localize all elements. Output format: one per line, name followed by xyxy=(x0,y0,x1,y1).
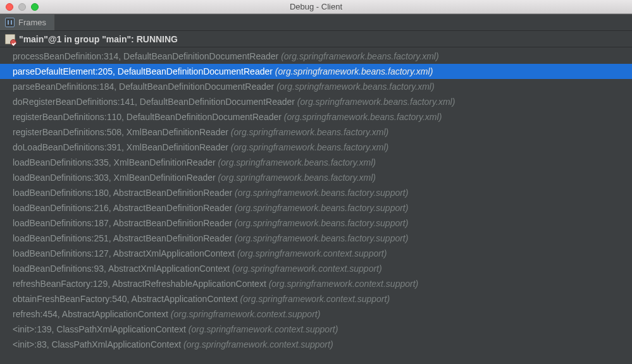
frame-package: (org.springframework.beans.factory.suppo… xyxy=(235,233,408,243)
frame-package: (org.springframework.context.support) xyxy=(232,264,382,274)
stack-frame-row[interactable]: loadBeanDefinitions:93, AbstractXmlAppli… xyxy=(0,261,632,276)
frame-package: (org.springframework.beans.factory.xml) xyxy=(275,66,433,76)
frame-method: loadBeanDefinitions:216, AbstractBeanDef… xyxy=(13,203,232,213)
frame-package: (org.springframework.context.support) xyxy=(240,294,390,304)
frame-method: loadBeanDefinitions:187, AbstractBeanDef… xyxy=(13,218,232,228)
stack-frame-row[interactable]: loadBeanDefinitions:180, AbstractBeanDef… xyxy=(0,185,632,200)
stack-frame-row[interactable]: refresh:454, AbstractApplicationContext … xyxy=(0,306,632,322)
frame-method: doRegisterBeanDefinitions:141, DefaultBe… xyxy=(13,97,295,107)
frame-method: loadBeanDefinitions:127, AbstractXmlAppl… xyxy=(13,248,235,258)
stack-frame-row[interactable]: parseBeanDefinitions:184, DefaultBeanDef… xyxy=(0,79,632,94)
frame-method: doLoadBeanDefinitions:391, XmlBeanDefini… xyxy=(13,142,228,152)
stack-frame-row[interactable]: registerBeanDefinitions:508, XmlBeanDefi… xyxy=(0,124,632,140)
frame-package: (org.springframework.beans.factory.xml) xyxy=(276,82,434,92)
frame-package: (org.springframework.beans.factory.xml) xyxy=(281,51,438,61)
frame-method: <init>:83, ClassPathXmlApplicationContex… xyxy=(13,339,181,349)
frames-icon xyxy=(5,18,15,27)
frame-method: refresh:454, AbstractApplicationContext xyxy=(13,309,168,319)
frame-method: refreshBeanFactory:129, AbstractRefresha… xyxy=(13,279,266,289)
stack-frame-row[interactable]: processBeanDefinition:314, DefaultBeanDe… xyxy=(0,49,632,64)
stack-frame-row[interactable]: doLoadBeanDefinitions:391, XmlBeanDefini… xyxy=(0,140,632,155)
window-close-button[interactable] xyxy=(6,3,13,11)
frame-package: (org.springframework.context.support) xyxy=(269,279,419,289)
stack-frames-list[interactable]: processBeanDefinition:314, DefaultBeanDe… xyxy=(0,47,632,364)
frame-method: loadBeanDefinitions:93, AbstractXmlAppli… xyxy=(13,264,230,274)
tabbar: Frames xyxy=(0,14,632,31)
window-titlebar: Debug - Client xyxy=(0,0,632,14)
stack-frame-row[interactable]: doRegisterBeanDefinitions:141, DefaultBe… xyxy=(0,94,632,109)
stack-frame-row[interactable]: registerBeanDefinitions:110, DefaultBean… xyxy=(0,109,632,124)
stack-frame-row[interactable]: loadBeanDefinitions:187, AbstractBeanDef… xyxy=(0,215,632,231)
frame-package: (org.springframework.beans.factory.xml) xyxy=(218,157,376,167)
frame-method: obtainFreshBeanFactory:540, AbstractAppl… xyxy=(13,294,238,304)
stack-frame-row[interactable]: loadBeanDefinitions:335, XmlBeanDefiniti… xyxy=(0,155,632,170)
window-maximize-button[interactable] xyxy=(31,3,39,11)
frame-method: <init>:139, ClassPathXmlApplicationConte… xyxy=(13,324,186,334)
frame-package: (org.springframework.context.support) xyxy=(189,324,338,334)
frame-method: processBeanDefinition:314, DefaultBeanDe… xyxy=(13,51,278,61)
window-title: Debug - Client xyxy=(0,2,632,11)
frame-package: (org.springframework.beans.factory.xml) xyxy=(218,173,376,183)
stack-frame-row[interactable]: obtainFreshBeanFactory:540, AbstractAppl… xyxy=(0,291,632,306)
frame-package: (org.springframework.beans.factory.xml) xyxy=(231,142,388,152)
window-minimize-button[interactable] xyxy=(18,3,26,11)
thread-icon xyxy=(5,34,15,44)
frame-method: registerBeanDefinitions:508, XmlBeanDefi… xyxy=(13,127,228,137)
frame-method: loadBeanDefinitions:335, XmlBeanDefiniti… xyxy=(13,157,216,167)
stack-frame-row[interactable]: refreshBeanFactory:129, AbstractRefresha… xyxy=(0,276,632,291)
stack-frame-row[interactable]: loadBeanDefinitions:127, AbstractXmlAppl… xyxy=(0,246,632,261)
frame-package: (org.springframework.beans.factory.suppo… xyxy=(235,188,408,198)
frame-method: registerBeanDefinitions:110, DefaultBean… xyxy=(13,112,282,122)
frame-package: (org.springframework.beans.factory.suppo… xyxy=(235,203,408,213)
stack-frame-row[interactable]: <init>:83, ClassPathXmlApplicationContex… xyxy=(0,337,632,352)
thread-label: "main"@1 in group "main": RUNNING xyxy=(19,34,178,44)
frame-package: (org.springframework.context.support) xyxy=(183,339,333,349)
frame-package: (org.springframework.beans.factory.xml) xyxy=(297,97,455,107)
thread-header[interactable]: "main"@1 in group "main": RUNNING xyxy=(0,31,632,47)
frame-package: (org.springframework.context.support) xyxy=(237,248,387,258)
frame-package: (org.springframework.beans.factory.suppo… xyxy=(235,218,408,228)
frame-method: loadBeanDefinitions:180, AbstractBeanDef… xyxy=(13,188,232,198)
stack-frame-row[interactable]: loadBeanDefinitions:216, AbstractBeanDef… xyxy=(0,200,632,215)
stack-frame-row[interactable]: <init>:139, ClassPathXmlApplicationConte… xyxy=(0,322,632,337)
frame-method: parseDefaultElement:205, DefaultBeanDefi… xyxy=(13,66,273,76)
frame-method: loadBeanDefinitions:251, AbstractBeanDef… xyxy=(13,233,232,243)
stack-frame-row[interactable]: loadBeanDefinitions:251, AbstractBeanDef… xyxy=(0,231,632,246)
frame-method: loadBeanDefinitions:303, XmlBeanDefiniti… xyxy=(13,173,216,183)
frame-method: parseBeanDefinitions:184, DefaultBeanDef… xyxy=(13,82,274,92)
frame-package: (org.springframework.context.support) xyxy=(171,309,321,319)
frame-package: (org.springframework.beans.factory.xml) xyxy=(231,127,388,137)
tab-label: Frames xyxy=(18,18,46,27)
stack-frame-row[interactable]: parseDefaultElement:205, DefaultBeanDefi… xyxy=(0,64,632,79)
frame-package: (org.springframework.beans.factory.xml) xyxy=(284,112,442,122)
stack-frame-row[interactable]: loadBeanDefinitions:303, XmlBeanDefiniti… xyxy=(0,170,632,185)
tab-frames[interactable]: Frames xyxy=(0,15,54,30)
traffic-lights xyxy=(0,3,39,11)
